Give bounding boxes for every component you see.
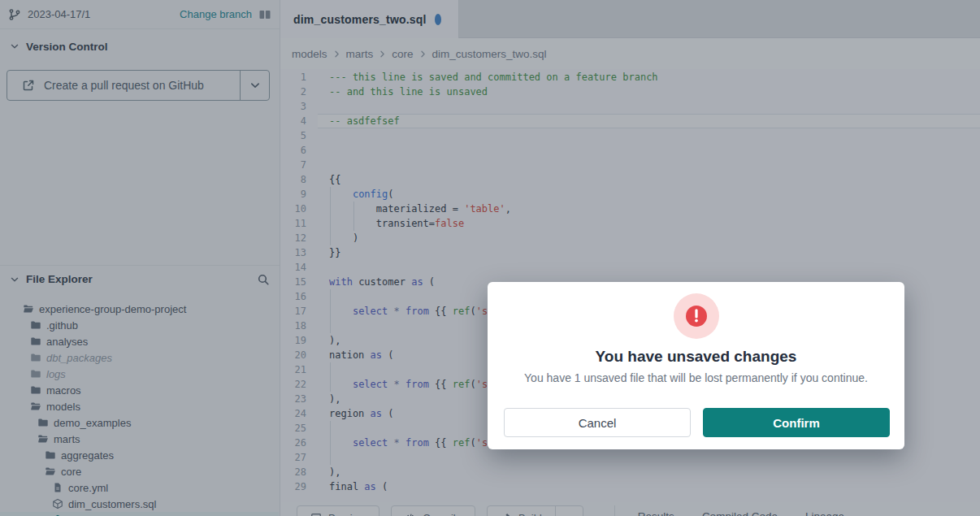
- error-exclamation-icon: [686, 306, 707, 327]
- cancel-button[interactable]: Cancel: [504, 408, 691, 437]
- modal-body: You have 1 unsaved file that will be los…: [488, 371, 904, 384]
- confirm-button[interactable]: Confirm: [703, 408, 890, 437]
- dbt-cloud-ide: 2023-04-17/1 Change branch Version Contr…: [0, 0, 980, 516]
- unsaved-changes-modal: You have unsaved changes You have 1 unsa…: [488, 282, 904, 449]
- modal-title: You have unsaved changes: [488, 348, 904, 366]
- modal-actions: Cancel Confirm: [504, 408, 890, 437]
- error-icon: [674, 293, 719, 339]
